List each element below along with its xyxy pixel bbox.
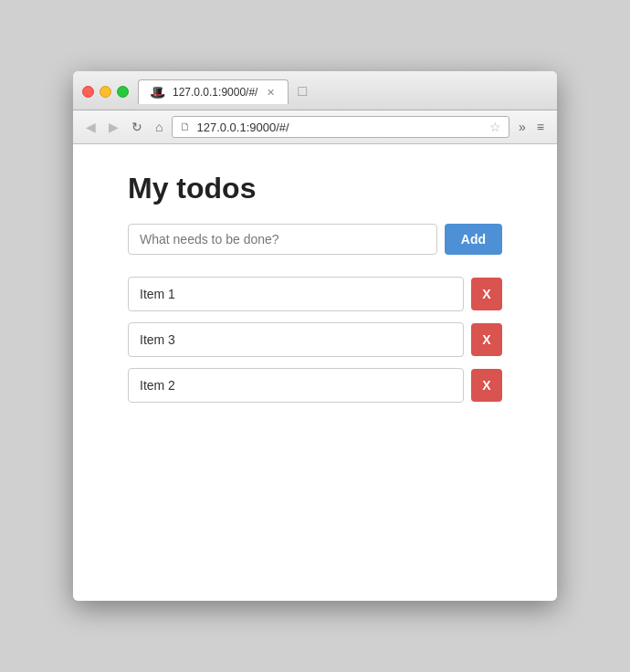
page-icon: 🗋 [180, 121, 191, 133]
window-controls [82, 86, 129, 98]
nav-bar: ◀ ▶ ↻ ⌂ 🗋 ☆ » ≡ [73, 110, 557, 144]
add-row: Add [128, 224, 502, 255]
home-button[interactable]: ⌂ [152, 118, 166, 136]
reload-button[interactable]: ↻ [128, 118, 146, 136]
todo-text: Item 2 [128, 368, 464, 403]
tab-close-icon[interactable]: ✕ [265, 87, 277, 99]
add-button[interactable]: Add [445, 224, 502, 255]
todo-text: Item 3 [128, 322, 464, 357]
browser-window: 🎩 127.0.0.1:9000/#/ ✕ □ ◀ ▶ ↻ ⌂ 🗋 ☆ » ≡ … [73, 71, 557, 601]
maximize-button[interactable] [117, 86, 129, 98]
todo-list: Item 1XItem 3XItem 2X [128, 277, 502, 403]
tab-title: 127.0.0.1:9000/#/ [173, 86, 257, 99]
close-button[interactable] [82, 86, 94, 98]
bookmark-icon[interactable]: ☆ [489, 120, 501, 134]
todo-text: Item 1 [128, 277, 464, 311]
address-bar-wrap: 🗋 ☆ [172, 116, 509, 138]
delete-button[interactable]: X [471, 369, 502, 402]
tab-favicon-icon: 🎩 [150, 85, 165, 100]
todo-item: Item 2X [128, 368, 502, 403]
todo-item: Item 1X [128, 277, 502, 311]
back-button[interactable]: ◀ [82, 118, 100, 136]
nav-extra-buttons: » ≡ [515, 118, 548, 136]
delete-button[interactable]: X [471, 278, 502, 310]
extensions-button[interactable]: » [515, 118, 530, 136]
menu-button[interactable]: ≡ [533, 118, 548, 136]
page-title: My todos [128, 172, 502, 205]
minimize-button[interactable] [100, 86, 111, 98]
new-tab-button[interactable]: □ [290, 79, 314, 104]
page-content: My todos Add Item 1XItem 3XItem 2X [73, 144, 557, 601]
tab-bar: 🎩 127.0.0.1:9000/#/ ✕ □ [138, 79, 314, 104]
title-bar: 🎩 127.0.0.1:9000/#/ ✕ □ [73, 71, 557, 110]
forward-button[interactable]: ▶ [105, 118, 122, 136]
active-tab[interactable]: 🎩 127.0.0.1:9000/#/ ✕ [138, 79, 289, 104]
todo-item: Item 3X [128, 322, 502, 357]
address-input[interactable] [196, 121, 484, 134]
delete-button[interactable]: X [471, 323, 502, 356]
todo-input[interactable] [128, 224, 437, 255]
